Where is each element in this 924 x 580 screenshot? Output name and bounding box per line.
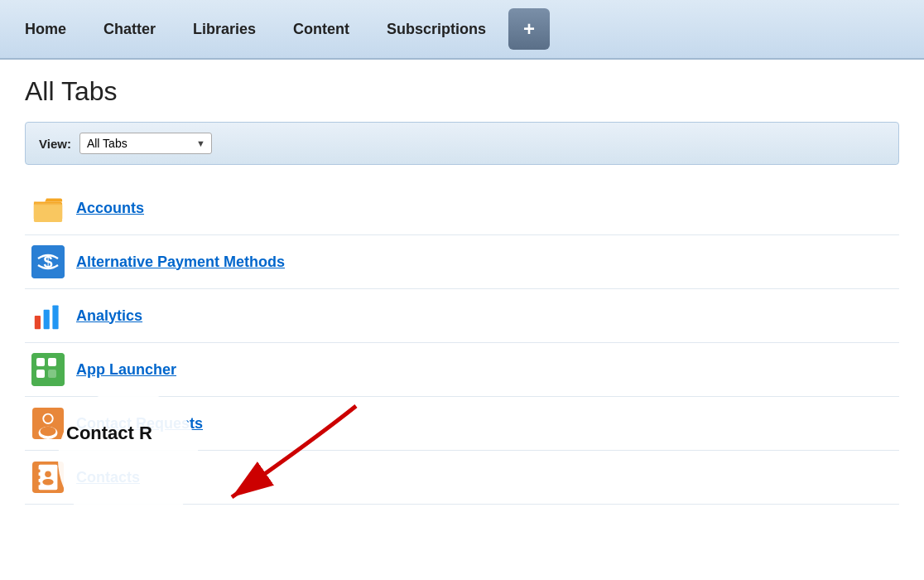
page-title: All Tabs (25, 76, 899, 107)
nav-tab-home[interactable]: Home (7, 0, 85, 58)
svg-rect-6 (52, 305, 58, 329)
list-item[interactable]: Contacts (25, 451, 899, 505)
main-content: All Tabs View: All Tabs My Tabs Accounts (0, 60, 924, 580)
app-launcher-link[interactable]: App Launcher (76, 361, 176, 379)
svg-rect-8 (36, 358, 45, 366)
tab-list: Accounts $ Alternative Payment Methods (25, 181, 899, 505)
svg-rect-20 (37, 476, 41, 479)
alternative-payment-methods-icon: $ (31, 245, 65, 278)
nav-tab-libraries[interactable]: Libraries (175, 0, 275, 58)
svg-rect-19 (37, 470, 41, 473)
svg-rect-4 (35, 316, 41, 329)
svg-rect-5 (44, 310, 50, 329)
add-tab-button[interactable]: + (508, 8, 550, 50)
svg-point-22 (45, 471, 51, 477)
view-select[interactable]: All Tabs My Tabs (79, 133, 212, 154)
svg-rect-7 (31, 353, 65, 386)
nav-tab-chatter[interactable]: Chatter (85, 0, 175, 58)
svg-rect-11 (48, 370, 56, 378)
svg-point-15 (44, 415, 52, 423)
list-item[interactable]: Contact Requests (25, 397, 899, 451)
contacts-icon (31, 461, 65, 494)
svg-rect-10 (36, 370, 45, 378)
accounts-icon (31, 191, 65, 225)
contacts-link[interactable]: Contacts (76, 469, 140, 486)
view-select-wrapper[interactable]: All Tabs My Tabs (79, 133, 212, 154)
analytics-icon (31, 299, 65, 332)
view-label: View: (39, 137, 71, 151)
contact-requests-link[interactable]: Contact Requests (76, 415, 203, 433)
svg-point-23 (42, 479, 53, 486)
list-item[interactable]: Analytics (25, 289, 899, 343)
alternative-payment-methods-link[interactable]: Alternative Payment Methods (76, 254, 285, 271)
list-item[interactable]: App Launcher (25, 343, 899, 397)
list-item[interactable]: $ Alternative Payment Methods (25, 235, 899, 289)
app-launcher-icon (31, 353, 65, 386)
top-navigation: Home Chatter Libraries Content Subscript… (0, 0, 924, 60)
contact-requests-icon (31, 407, 65, 440)
svg-point-16 (41, 427, 56, 436)
nav-tab-content[interactable]: Content (275, 0, 368, 58)
nav-tab-subscriptions[interactable]: Subscriptions (368, 0, 505, 58)
analytics-link[interactable]: Analytics (76, 307, 142, 325)
view-filter-bar: View: All Tabs My Tabs (25, 122, 899, 165)
svg-rect-21 (37, 482, 41, 486)
list-item[interactable]: Accounts (25, 181, 899, 235)
accounts-link[interactable]: Accounts (76, 200, 144, 217)
svg-rect-9 (48, 358, 56, 366)
